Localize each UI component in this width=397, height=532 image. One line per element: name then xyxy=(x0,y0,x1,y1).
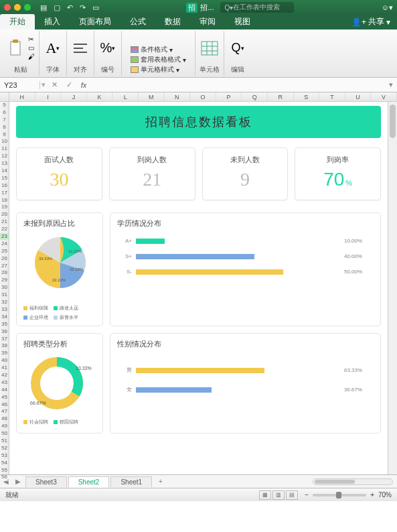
col-header[interactable]: K xyxy=(87,92,113,101)
row-header[interactable]: 22 xyxy=(0,226,9,233)
tab-review[interactable]: 审阅 xyxy=(190,14,225,29)
row-header[interactable]: 31 xyxy=(0,291,9,299)
find-icon[interactable]: Q▾ xyxy=(228,39,247,58)
col-header[interactable]: N xyxy=(165,92,191,101)
sheet-tab[interactable]: Sheet3 xyxy=(25,476,67,487)
row-header[interactable]: 32 xyxy=(0,299,9,306)
row-header[interactable]: 24 xyxy=(0,241,9,248)
copy-icon[interactable]: ▭ xyxy=(28,44,35,52)
row-header[interactable]: 16 xyxy=(0,182,9,190)
maximize-window[interactable] xyxy=(24,4,31,11)
user-icon[interactable]: ☺▾ xyxy=(382,3,393,12)
tab-home[interactable]: 开始 xyxy=(0,14,35,29)
row-header[interactable]: 21 xyxy=(0,218,9,226)
share-button[interactable]: 👤+ 共享 ▾ xyxy=(345,14,397,29)
row-header[interactable]: 49 xyxy=(0,423,9,430)
scrollbar-thumb[interactable] xyxy=(315,480,355,484)
row-header[interactable]: 34 xyxy=(0,314,9,321)
close-window[interactable] xyxy=(4,4,11,11)
row-header[interactable]: 6 xyxy=(0,109,9,117)
row-header[interactable]: 27 xyxy=(0,263,9,270)
horizontal-scrollbar[interactable] xyxy=(313,478,393,485)
row-header[interactable]: 48 xyxy=(0,415,9,423)
save-icon[interactable]: ▤ xyxy=(40,3,47,12)
format-painter-icon[interactable]: 🖌 xyxy=(28,53,35,60)
select-all-corner[interactable] xyxy=(0,92,9,101)
row-header[interactable]: 28 xyxy=(0,269,9,277)
row-header[interactable]: 17 xyxy=(0,190,9,197)
row-header[interactable]: 20 xyxy=(0,211,9,218)
align-icon[interactable] xyxy=(71,39,90,58)
row-header[interactable]: 7 xyxy=(0,117,9,124)
minimize-window[interactable] xyxy=(14,4,21,11)
col-header[interactable]: J xyxy=(61,92,87,101)
col-header[interactable]: H xyxy=(9,92,35,101)
row-header[interactable]: 45 xyxy=(0,394,9,401)
tab-view[interactable]: 视图 xyxy=(225,14,260,29)
tab-formula[interactable]: 公式 xyxy=(121,14,155,29)
row-header[interactable]: 46 xyxy=(0,401,9,409)
row-header[interactable]: 8 xyxy=(0,124,9,131)
cancel-formula-icon[interactable]: ✕ xyxy=(47,80,62,89)
col-header[interactable]: L xyxy=(112,92,139,101)
row-header[interactable]: 41 xyxy=(0,364,9,372)
col-header[interactable]: R xyxy=(268,92,294,101)
col-header[interactable]: O xyxy=(190,92,216,101)
col-header[interactable]: M xyxy=(139,92,165,101)
zoom-out-icon[interactable]: − xyxy=(305,491,309,498)
worksheet[interactable]: 招聘信息数据看板 面试人数30 到岗人数21 未到人数9 到岗率70% 未报到原… xyxy=(9,102,388,474)
row-header[interactable]: 26 xyxy=(0,255,9,263)
sheet-tab[interactable]: Sheet2 xyxy=(68,476,110,488)
sheet-nav-last-icon[interactable]: ▶ xyxy=(12,478,24,485)
scrollbar-thumb[interactable] xyxy=(390,105,396,138)
row-header[interactable]: 12 xyxy=(0,153,9,160)
row-header[interactable]: 51 xyxy=(0,438,9,445)
col-header[interactable]: P xyxy=(216,92,242,101)
row-header[interactable]: 19 xyxy=(0,204,9,211)
save-icon[interactable]: ▢ xyxy=(54,3,60,12)
row-header[interactable]: 14 xyxy=(0,168,9,175)
name-box[interactable]: Y23 xyxy=(0,81,40,89)
row-header[interactable]: 56 xyxy=(0,474,9,481)
row-header[interactable]: 43 xyxy=(0,379,9,387)
tab-layout[interactable]: 页面布局 xyxy=(70,14,121,29)
vertical-scrollbar[interactable] xyxy=(388,102,397,474)
confirm-formula-icon[interactable]: ✓ xyxy=(62,80,76,89)
cell-style-button[interactable]: 单元格样式 ▾ xyxy=(131,65,186,74)
zoom-in-icon[interactable]: + xyxy=(370,491,374,498)
zoom-slider[interactable] xyxy=(313,494,366,496)
add-sheet-icon[interactable]: + xyxy=(152,478,169,485)
col-header[interactable]: I xyxy=(35,92,62,101)
row-header[interactable]: 36 xyxy=(0,328,9,336)
row-header[interactable]: 40 xyxy=(0,357,9,364)
redo-icon[interactable]: ↷ xyxy=(80,3,86,12)
row-header[interactable]: 55 xyxy=(0,467,9,474)
cells-icon[interactable] xyxy=(200,39,219,58)
tab-insert[interactable]: 插入 xyxy=(35,14,70,29)
expand-formula-bar-icon[interactable]: ▾ xyxy=(385,80,397,89)
row-header[interactable]: 50 xyxy=(0,430,9,438)
percent-icon[interactable]: %▾ xyxy=(98,39,117,58)
col-header[interactable]: S xyxy=(294,92,320,101)
sheet-tab[interactable]: Sheet1 xyxy=(110,476,152,487)
search-input[interactable]: Q▾ 在工作表中搜索 xyxy=(220,2,294,13)
row-header[interactable]: 10 xyxy=(0,138,9,145)
tab-data[interactable]: 数据 xyxy=(155,14,190,29)
row-header[interactable]: 52 xyxy=(0,445,9,452)
row-header[interactable]: 5 xyxy=(0,102,9,109)
table-format-button[interactable]: 套用表格格式 ▾ xyxy=(131,55,186,64)
row-header[interactable]: 23 xyxy=(0,233,9,241)
col-header[interactable]: V xyxy=(371,92,397,101)
row-header[interactable]: 38 xyxy=(0,342,9,350)
row-header[interactable]: 18 xyxy=(0,197,9,204)
row-header[interactable]: 53 xyxy=(0,452,9,460)
paste-icon[interactable] xyxy=(7,39,25,58)
row-header[interactable]: 11 xyxy=(0,145,9,153)
row-header[interactable]: 29 xyxy=(0,277,9,284)
row-header[interactable]: 47 xyxy=(0,408,9,415)
row-header[interactable]: 54 xyxy=(0,460,9,467)
row-header[interactable]: 44 xyxy=(0,387,9,394)
row-header[interactable]: 30 xyxy=(0,284,9,291)
conditional-format-button[interactable]: 条件格式 ▾ xyxy=(131,45,186,54)
print-icon[interactable]: ▭ xyxy=(92,3,99,12)
